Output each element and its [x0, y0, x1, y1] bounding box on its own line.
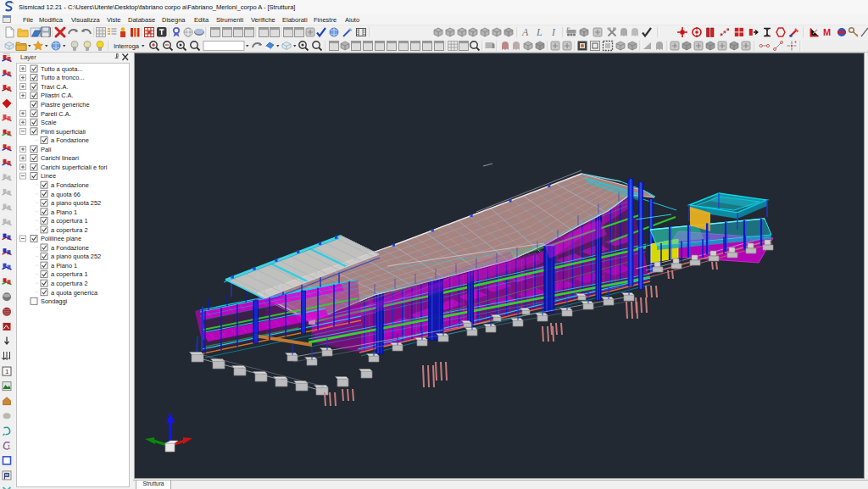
svg-text:a copertura 1: a copertura 1 [51, 270, 88, 278]
svg-text:a quota 66: a quota 66 [51, 191, 81, 198]
svg-text:Carichi lineari: Carichi lineari [41, 154, 79, 162]
svg-text:Pilastri C.A.: Pilastri C.A. [41, 92, 74, 99]
svg-text:Carichi superficiali e fori: Carichi superficiali e fori [41, 164, 108, 171]
svg-text:Polilinee piane: Polilinee piane [41, 235, 81, 242]
svg-text:a copertura 2: a copertura 2 [51, 226, 88, 234]
svg-text:Tutto a quota...: Tutto a quota... [41, 65, 82, 73]
svg-text:I: I [551, 26, 556, 38]
svg-text:a piano quota 252: a piano quota 252 [51, 253, 101, 260]
svg-text:a Fondazione: a Fondazione [51, 136, 89, 144]
svg-text:Piastre generiche: Piastre generiche [41, 101, 90, 108]
svg-text:a Fondazione: a Fondazione [51, 181, 89, 189]
svg-text:Tutto a tronco...: Tutto a tronco... [41, 74, 85, 81]
svg-text:Interroga: Interroga [114, 42, 140, 50]
svg-text:1: 1 [5, 368, 9, 375]
svg-text:a Piano 1: a Piano 1 [51, 208, 77, 216]
svg-text:M: M [823, 27, 831, 37]
svg-text:1: 1 [8, 444, 11, 450]
svg-text:Plinti superficiali: Plinti superficiali [41, 128, 86, 136]
svg-text:a Piano 1: a Piano 1 [51, 262, 77, 270]
svg-text:Travi C.A.: Travi C.A. [41, 83, 69, 91]
svg-text:L: L [536, 26, 542, 38]
svg-text:Pali: Pali [41, 146, 52, 153]
svg-text:Scale: Scale [41, 119, 57, 126]
svg-text:a quota generica: a quota generica [51, 289, 98, 297]
svg-text:Pareti C.A.: Pareti C.A. [41, 110, 71, 118]
svg-text:a Fondazione: a Fondazione [51, 244, 89, 252]
svg-text:A: A [521, 26, 529, 38]
svg-text:Sondaggi: Sondaggi [41, 297, 68, 305]
svg-text:a piano quota 252: a piano quota 252 [51, 199, 101, 207]
svg-text:Linee: Linee [41, 172, 56, 180]
svg-text:a copertura 2: a copertura 2 [51, 280, 88, 287]
svg-text:a copertura 1: a copertura 1 [51, 217, 88, 225]
